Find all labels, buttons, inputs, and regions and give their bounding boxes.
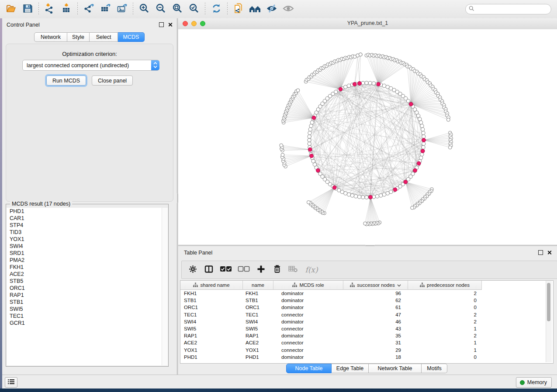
close-panel-button[interactable]: Close panel [92, 76, 133, 86]
close-panel-icon[interactable] [168, 22, 173, 27]
add-row-button[interactable] [254, 263, 267, 276]
clone-network-button[interactable] [230, 2, 247, 17]
select-all-button[interactable] [218, 263, 233, 276]
mcds-result-item[interactable]: TID3 [7, 229, 162, 236]
save-session-button[interactable] [19, 2, 36, 17]
mcds-result-item[interactable]: RAP1 [7, 292, 162, 299]
memory-button[interactable]: Memory [516, 377, 552, 388]
cell-name[interactable]: YOX1 [243, 347, 273, 353]
table-row[interactable]: ORC1ORC1dominator610 [180, 304, 553, 311]
cell-shared-name[interactable]: STB1 [180, 298, 243, 303]
cell-predecessor-nodes[interactable]: 2 [408, 333, 482, 338]
mcds-result-item[interactable]: FKH1 [7, 264, 162, 271]
tab-mcds[interactable]: MCDS [118, 32, 145, 42]
function-builder-button[interactable]: f(x) [303, 263, 320, 276]
criterion-dropdown[interactable]: largest connected component (undirected) [22, 60, 159, 71]
run-mcds-button[interactable]: Run MCDS [46, 76, 86, 86]
table-row[interactable]: PHD1PHD1dominator180 [180, 354, 553, 361]
delete-table-button[interactable] [287, 263, 300, 276]
mcds-result-item[interactable]: SWI4 [7, 243, 162, 250]
cell-predecessor-nodes[interactable]: 2 [408, 312, 482, 317]
cell-predecessor-nodes[interactable]: 2 [408, 291, 482, 296]
tab-select[interactable]: Select [90, 32, 118, 42]
cell-name[interactable]: ACE2 [243, 340, 273, 345]
cell-mcds-role[interactable]: dominator [273, 298, 343, 303]
cell-name[interactable]: ORC1 [243, 305, 273, 310]
mcds-result-list[interactable]: PHD1CAR1STP4TID3YOX1SWI4SRD1PMA2FKH1ACE2… [7, 208, 162, 365]
delete-row-button[interactable] [270, 263, 284, 276]
cell-successor-nodes[interactable]: 43 [343, 326, 408, 331]
cell-predecessor-nodes[interactable]: 2 [408, 319, 482, 324]
cell-name[interactable]: RAP1 [243, 333, 273, 338]
mcds-result-item[interactable]: PMA2 [7, 257, 162, 264]
cell-predecessor-nodes[interactable]: 1 [408, 340, 482, 345]
cell-successor-nodes[interactable]: 47 [343, 312, 408, 317]
tab-node-table[interactable]: Node Table [286, 364, 332, 373]
tab-motifs[interactable]: Motifs [422, 364, 447, 373]
scrollbar-thumb[interactable] [547, 283, 550, 321]
column-header-name[interactable]: name [243, 281, 273, 290]
cell-mcds-role[interactable]: dominator [273, 319, 343, 324]
mcds-list-scrollbar[interactable] [162, 208, 168, 365]
zoom-out-button[interactable] [152, 2, 169, 17]
table-row[interactable]: RAP1RAP1dominator352 [180, 332, 553, 339]
cell-shared-name[interactable]: ORC1 [180, 305, 243, 310]
mcds-result-item[interactable]: TEC1 [7, 313, 162, 320]
table-row[interactable]: TEC1TEC1connector472 [180, 311, 553, 318]
tab-edge-table[interactable]: Edge Table [332, 364, 369, 373]
cell-mcds-role[interactable]: dominator [273, 333, 343, 338]
cell-predecessor-nodes[interactable]: 1 [408, 326, 482, 331]
table-scrollbar[interactable] [546, 281, 552, 362]
mcds-result-item[interactable]: SRD1 [7, 250, 162, 257]
cell-shared-name[interactable]: FKH1 [180, 291, 243, 296]
cell-successor-nodes[interactable]: 29 [343, 347, 408, 353]
cell-successor-nodes[interactable]: 35 [343, 333, 408, 338]
column-header-shared-name[interactable]: shared name [180, 281, 243, 290]
mcds-result-item[interactable]: SWI5 [7, 306, 162, 313]
column-header-MCDS-role[interactable]: MCDS role [273, 281, 343, 290]
export-network-button[interactable] [80, 2, 97, 17]
float-panel-icon[interactable] [538, 250, 543, 255]
close-panel-icon[interactable] [547, 250, 552, 255]
deselect-all-button[interactable] [236, 263, 251, 276]
cell-mcds-role[interactable]: connector [273, 312, 343, 317]
mcds-result-item[interactable]: ORC1 [7, 285, 162, 292]
table-row[interactable]: YOX1YOX1connector291 [180, 347, 553, 354]
cell-mcds-role[interactable]: connector [273, 347, 343, 353]
column-header-successor-nodes[interactable]: successor nodes [343, 281, 408, 290]
cell-shared-name[interactable]: ACE2 [180, 340, 243, 345]
tab-network[interactable]: Network [34, 32, 67, 42]
cell-successor-nodes[interactable]: 61 [343, 305, 408, 310]
cell-shared-name[interactable]: TEC1 [180, 312, 243, 317]
tab-style[interactable]: Style [67, 32, 90, 42]
show-columns-button[interactable] [202, 263, 215, 276]
mcds-result-item[interactable]: STB1 [7, 299, 162, 306]
search-field[interactable] [465, 4, 551, 14]
cell-mcds-role[interactable]: dominator [273, 305, 343, 310]
zoom-in-button[interactable] [136, 2, 152, 17]
zoom-fit-button[interactable] [169, 2, 186, 17]
cell-mcds-role[interactable]: connector [273, 326, 343, 331]
cell-name[interactable]: SWI5 [243, 326, 273, 331]
cell-name[interactable]: SWI4 [243, 319, 273, 324]
column-header-predecessor-nodes[interactable]: predecessor nodes [408, 281, 482, 290]
export-image-button[interactable] [114, 2, 130, 17]
table-row[interactable]: FKH1FKH1dominator962 [180, 290, 553, 297]
cell-mcds-role[interactable]: dominator [273, 354, 343, 360]
zoom-selected-button[interactable] [186, 2, 202, 17]
cell-successor-nodes[interactable]: 62 [343, 298, 408, 303]
float-panel-icon[interactable] [159, 22, 164, 27]
open-session-button[interactable] [3, 2, 19, 17]
show-all-button[interactable] [280, 2, 297, 17]
refresh-button[interactable] [208, 2, 225, 17]
task-history-button[interactable] [5, 377, 17, 388]
cell-predecessor-nodes[interactable]: 0 [408, 305, 482, 310]
cell-shared-name[interactable]: RAP1 [180, 333, 243, 338]
hide-selected-button[interactable] [263, 2, 280, 17]
cell-mcds-role[interactable]: connector [273, 340, 343, 345]
cell-mcds-role[interactable]: dominator [273, 291, 343, 296]
tab-network-table[interactable]: Network Table [369, 364, 422, 373]
cell-predecessor-nodes[interactable]: 0 [408, 298, 482, 303]
cell-successor-nodes[interactable]: 31 [343, 340, 408, 345]
cell-shared-name[interactable]: PHD1 [180, 354, 243, 360]
